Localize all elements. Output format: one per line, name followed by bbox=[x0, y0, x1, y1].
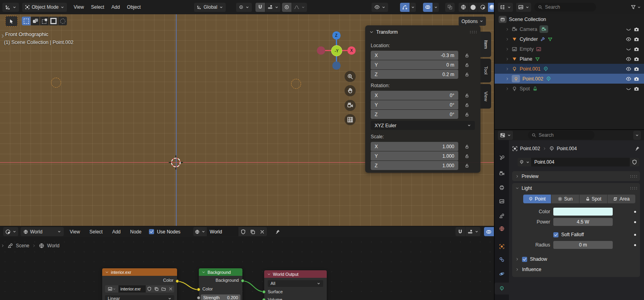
copy-button[interactable] bbox=[153, 285, 160, 292]
light-id-type-button[interactable] bbox=[518, 158, 531, 166]
menu-view[interactable]: View bbox=[70, 2, 88, 12]
fake-user-shield-button[interactable] bbox=[630, 158, 639, 166]
outliner-row-point002[interactable]: Point.002 bbox=[495, 74, 644, 84]
shading-solid-button[interactable] bbox=[469, 3, 478, 12]
gizmo-axis-neg-z[interactable] bbox=[332, 61, 341, 70]
shader-menu-select[interactable]: Select bbox=[86, 227, 106, 237]
gizmo-axis-neg-y[interactable]: -Y bbox=[331, 45, 342, 56]
use-nodes-checkbox[interactable]: Use Nodes bbox=[149, 229, 180, 235]
menu-select[interactable]: Select bbox=[88, 2, 108, 12]
influence-subpanel[interactable]: Influence bbox=[522, 267, 541, 272]
light-type-sun[interactable]: Sun bbox=[551, 195, 579, 203]
expand-icon[interactable] bbox=[505, 57, 509, 61]
expand-icon[interactable] bbox=[505, 47, 509, 51]
hide-toggle-open[interactable] bbox=[626, 66, 631, 72]
collapse-icon[interactable] bbox=[105, 270, 109, 274]
breadcrumb-data[interactable]: Point.004 bbox=[557, 146, 577, 151]
tab-object[interactable] bbox=[495, 241, 509, 252]
unlink-image-button[interactable] bbox=[167, 285, 174, 292]
overlays-toggle[interactable] bbox=[423, 3, 433, 12]
menu-object[interactable]: Object bbox=[124, 2, 145, 12]
3d-viewport[interactable]: Object Mode View Select Add Object Globa… bbox=[0, 0, 494, 226]
panel-collapse-icon[interactable] bbox=[369, 30, 374, 34]
select-mode-intersect[interactable] bbox=[58, 17, 67, 25]
tab-constraints[interactable] bbox=[495, 254, 509, 266]
hide-toggle-closed[interactable] bbox=[626, 27, 631, 32]
rotation-x-field[interactable]: X0° bbox=[371, 91, 458, 100]
scale-z-field[interactable]: Z1.000 bbox=[371, 161, 458, 170]
panel-grip[interactable] bbox=[630, 175, 637, 178]
light-gizmo-point002[interactable] bbox=[291, 79, 301, 89]
animate-dot[interactable] bbox=[634, 234, 636, 236]
breadcrumb-expand-icon[interactable] bbox=[1, 244, 5, 248]
lock-icon[interactable] bbox=[465, 154, 469, 159]
lock-icon[interactable] bbox=[465, 63, 469, 67]
outliner-search-input[interactable]: Search bbox=[534, 3, 596, 11]
expand-icon[interactable] bbox=[515, 174, 519, 178]
falloff-select[interactable] bbox=[292, 3, 307, 12]
render-visibility-icon[interactable] bbox=[634, 36, 639, 42]
outliner-row-scene-collection[interactable]: Scene Collection bbox=[495, 14, 644, 24]
outliner-filter-button[interactable] bbox=[631, 4, 641, 10]
select-mode-extend[interactable] bbox=[31, 17, 40, 25]
hide-toggle-closed[interactable] bbox=[626, 46, 631, 52]
tab-scene[interactable] bbox=[495, 210, 509, 222]
outliner-display-mode-button[interactable] bbox=[516, 3, 531, 12]
render-visibility-icon[interactable] bbox=[634, 66, 639, 72]
node-snap-toggle[interactable] bbox=[455, 227, 465, 236]
world-id-type-button[interactable] bbox=[193, 227, 207, 236]
location-x-field[interactable]: X-0.3 m bbox=[371, 51, 458, 60]
gizmo-axis-z[interactable]: Z bbox=[332, 31, 341, 40]
strength-field[interactable]: Strength 0.200 bbox=[201, 294, 240, 300]
pivot-point-select[interactable] bbox=[236, 3, 252, 12]
node-background[interactable]: Background Background Color Strength 0.2… bbox=[199, 268, 242, 300]
camera-view-button[interactable] bbox=[345, 100, 356, 111]
select-mode-invert[interactable] bbox=[49, 17, 58, 25]
rotation-mode-select[interactable]: XYZ Euler bbox=[371, 121, 475, 130]
proportional-editing-toggle[interactable] bbox=[282, 3, 292, 12]
animate-dot[interactable] bbox=[634, 244, 636, 246]
outliner-row-cylinder[interactable]: Cylinder bbox=[495, 34, 644, 44]
rotation-y-field[interactable]: Y0° bbox=[371, 100, 458, 109]
light-type-spot[interactable]: Spot bbox=[579, 195, 607, 203]
shader-menu-node[interactable]: Node bbox=[127, 227, 145, 237]
location-y-field[interactable]: Y0 m bbox=[371, 60, 458, 69]
shader-type-select[interactable]: World bbox=[21, 227, 64, 236]
socket-surface-input[interactable] bbox=[262, 290, 266, 294]
tab-physics[interactable] bbox=[495, 268, 509, 280]
snap-settings-select[interactable] bbox=[265, 3, 280, 12]
socket-color-output[interactable] bbox=[175, 279, 179, 283]
light-gizmo-point001[interactable] bbox=[51, 78, 61, 88]
expand-icon[interactable] bbox=[515, 257, 519, 261]
expand-icon[interactable] bbox=[505, 27, 509, 31]
fake-user-shield-button[interactable] bbox=[146, 285, 153, 292]
breadcrumb-world[interactable]: World bbox=[47, 243, 59, 248]
shader-editor-type-button[interactable] bbox=[3, 227, 18, 236]
orthographic-toggle-button[interactable] bbox=[345, 114, 356, 125]
node-environment-texture[interactable]: interior.exr Color interior.exr Linear bbox=[102, 268, 177, 300]
node-snap-select[interactable] bbox=[465, 227, 480, 236]
gizmo-axis-neg-x[interactable] bbox=[317, 46, 325, 55]
expand-icon[interactable] bbox=[505, 87, 509, 91]
preview-panel[interactable]: Preview bbox=[512, 171, 640, 181]
properties-options-button[interactable] bbox=[633, 131, 641, 140]
render-visibility-icon[interactable] bbox=[634, 56, 639, 62]
hide-toggle-open[interactable] bbox=[626, 36, 631, 42]
tab-object-data[interactable] bbox=[495, 283, 509, 294]
tab-view-layer[interactable] bbox=[495, 195, 509, 207]
power-field[interactable]: 4.5 W bbox=[553, 218, 613, 226]
location-z-field[interactable]: Z0.2 m bbox=[371, 70, 458, 79]
world-name-field[interactable]: World bbox=[207, 227, 238, 236]
interpolation-select[interactable]: Linear bbox=[105, 295, 174, 300]
snap-toggle[interactable] bbox=[255, 3, 265, 12]
panel-title[interactable]: Transform bbox=[376, 29, 398, 35]
new-copy-button[interactable] bbox=[248, 227, 257, 236]
breadcrumb-scene[interactable]: Scene bbox=[16, 243, 29, 248]
outliner-row-spot[interactable]: Spot bbox=[495, 84, 644, 94]
light-type-area[interactable]: Area bbox=[608, 195, 635, 203]
mode-select[interactable]: Object Mode bbox=[22, 3, 67, 12]
lock-icon[interactable] bbox=[465, 144, 469, 149]
image-browse-button[interactable] bbox=[105, 285, 118, 292]
animate-dot[interactable] bbox=[634, 221, 636, 223]
unlink-button[interactable] bbox=[257, 227, 267, 236]
